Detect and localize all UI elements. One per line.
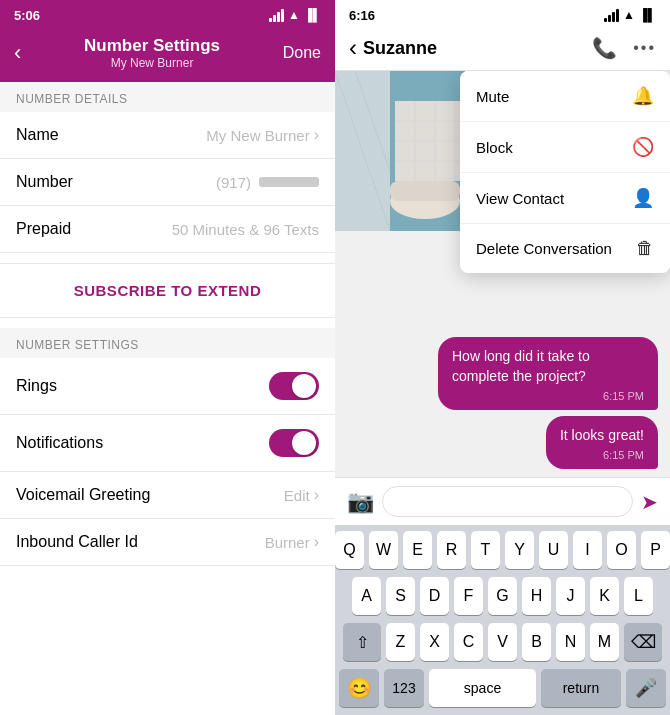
mute-icon: 🔔 <box>632 85 654 107</box>
key-u[interactable]: U <box>539 531 568 569</box>
camera-icon[interactable]: 📷 <box>347 489 374 515</box>
value-number: (917) <box>216 174 319 191</box>
subscribe-button[interactable]: SUBSCRIBE TO EXTEND <box>0 263 335 318</box>
messages-area: How long did it take to complete the pro… <box>335 329 670 477</box>
view-contact-icon: 👤 <box>632 187 654 209</box>
toggle-notifications[interactable] <box>269 429 319 457</box>
key-z[interactable]: Z <box>386 623 415 661</box>
chat-content: Mute 🔔 Block 🚫 View Contact 👤 Delete Con… <box>335 71 670 477</box>
settings-row-number[interactable]: Number (917) <box>0 159 335 206</box>
keyboard-row-2: A S D F G H J K L <box>339 577 666 615</box>
settings-row-name[interactable]: Name My New Burner › <box>0 112 335 159</box>
chat-photo <box>335 71 465 231</box>
key-c[interactable]: C <box>454 623 483 661</box>
key-l[interactable]: L <box>624 577 653 615</box>
done-button[interactable]: Done <box>283 44 321 62</box>
chevron-name: › <box>314 126 319 144</box>
name-value: My New Burner <box>206 127 309 144</box>
key-b[interactable]: B <box>522 623 551 661</box>
keyboard: Q W E R T Y U I O P A S D F G H J K L ⇧ … <box>335 525 670 715</box>
send-icon[interactable]: ➤ <box>641 490 658 514</box>
key-h[interactable]: H <box>522 577 551 615</box>
key-p[interactable]: P <box>641 531 670 569</box>
dropdown-mute[interactable]: Mute 🔔 <box>460 71 670 122</box>
label-voicemail: Voicemail Greeting <box>16 486 150 504</box>
label-rings: Rings <box>16 377 57 395</box>
key-e[interactable]: E <box>403 531 432 569</box>
wifi-icon-left: ▲ <box>288 8 300 22</box>
emoji-key[interactable]: 😊 <box>339 669 379 707</box>
space-key[interactable]: space <box>429 669 536 707</box>
numbers-key[interactable]: 123 <box>384 669 424 707</box>
backspace-key[interactable]: ⌫ <box>624 623 662 661</box>
contact-name: Suzanne <box>363 38 437 59</box>
view-contact-label: View Contact <box>476 190 564 207</box>
label-caller-id: Inbound Caller Id <box>16 533 138 551</box>
signal-icon-left <box>269 9 284 22</box>
settings-row-caller-id[interactable]: Inbound Caller Id Burner › <box>0 519 335 566</box>
section-number-settings: NUMBER SETTINGS <box>0 328 335 358</box>
mic-key[interactable]: 🎤 <box>626 669 666 707</box>
key-m[interactable]: M <box>590 623 619 661</box>
chevron-voicemail: › <box>314 486 319 504</box>
shift-key[interactable]: ⇧ <box>343 623 381 661</box>
right-panel: 6:16 ▲ ▐▌ ‹ Suzanne 📞 ••• <box>335 0 670 715</box>
message-input[interactable] <box>382 486 633 517</box>
time-left: 5:06 <box>14 8 40 23</box>
time-right: 6:16 <box>349 8 375 23</box>
number-area-code: (917) <box>216 174 251 191</box>
dropdown-view-contact[interactable]: View Contact 👤 <box>460 173 670 224</box>
settings-row-rings[interactable]: Rings <box>0 358 335 415</box>
dropdown-block[interactable]: Block 🚫 <box>460 122 670 173</box>
mute-label: Mute <box>476 88 509 105</box>
key-r[interactable]: R <box>437 531 466 569</box>
back-button-left[interactable]: ‹ <box>14 42 21 64</box>
nav-subtitle: My New Burner <box>84 56 220 70</box>
key-q[interactable]: Q <box>335 531 364 569</box>
key-k[interactable]: K <box>590 577 619 615</box>
caller-id-value: Burner <box>265 534 310 551</box>
dropdown-menu: Mute 🔔 Block 🚫 View Contact 👤 Delete Con… <box>460 71 670 273</box>
key-a[interactable]: A <box>352 577 381 615</box>
chevron-caller-id: › <box>314 533 319 551</box>
phone-icon[interactable]: 📞 <box>592 36 617 60</box>
keyboard-row-3: ⇧ Z X C V B N M ⌫ <box>339 623 666 661</box>
more-icon[interactable]: ••• <box>633 39 656 57</box>
nav-bar-left: ‹ Number Settings My New Burner Done <box>0 28 335 82</box>
key-w[interactable]: W <box>369 531 398 569</box>
keyboard-bottom-row: 😊 123 space return 🎤 <box>339 669 666 715</box>
value-prepaid: 50 Minutes & 96 Texts <box>172 221 319 238</box>
key-i[interactable]: I <box>573 531 602 569</box>
settings-row-prepaid: Prepaid 50 Minutes & 96 Texts <box>0 206 335 253</box>
key-o[interactable]: O <box>607 531 636 569</box>
key-y[interactable]: Y <box>505 531 534 569</box>
message-2-text: It looks great! <box>560 427 644 443</box>
key-g[interactable]: G <box>488 577 517 615</box>
key-v[interactable]: V <box>488 623 517 661</box>
toggle-rings[interactable] <box>269 372 319 400</box>
settings-row-notifications[interactable]: Notifications <box>0 415 335 472</box>
key-x[interactable]: X <box>420 623 449 661</box>
chat-nav-left: ‹ Suzanne <box>349 36 592 60</box>
signal-icon-right <box>604 9 619 22</box>
message-1-text: How long did it take to complete the pro… <box>452 348 590 384</box>
chat-nav-bar: ‹ Suzanne 📞 ••• <box>335 28 670 71</box>
value-caller-id: Burner › <box>265 533 319 551</box>
label-number: Number <box>16 173 73 191</box>
key-j[interactable]: J <box>556 577 585 615</box>
settings-row-voicemail[interactable]: Voicemail Greeting Edit › <box>0 472 335 519</box>
prepaid-value: 50 Minutes & 96 Texts <box>172 221 319 238</box>
key-n[interactable]: N <box>556 623 585 661</box>
key-s[interactable]: S <box>386 577 415 615</box>
dropdown-delete[interactable]: Delete Conversation 🗑 <box>460 224 670 273</box>
status-icons-right: ▲ ▐▌ <box>604 8 656 22</box>
return-key[interactable]: return <box>541 669 621 707</box>
key-t[interactable]: T <box>471 531 500 569</box>
label-prepaid: Prepaid <box>16 220 71 238</box>
back-button-chat[interactable]: ‹ <box>349 36 357 60</box>
value-voicemail: Edit › <box>284 486 319 504</box>
key-f[interactable]: F <box>454 577 483 615</box>
delete-label: Delete Conversation <box>476 240 612 257</box>
key-d[interactable]: D <box>420 577 449 615</box>
svg-rect-5 <box>390 181 460 201</box>
